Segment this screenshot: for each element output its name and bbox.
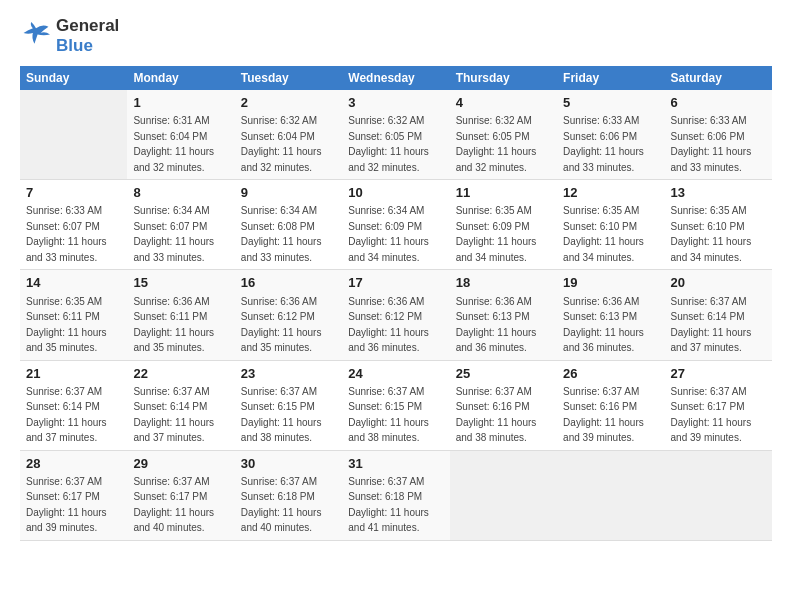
weekday-header: Monday [127, 66, 234, 90]
day-number: 10 [348, 184, 443, 202]
cell-sunrise: Sunrise: 6:34 AMSunset: 6:09 PMDaylight:… [348, 205, 429, 263]
cell-sunrise: Sunrise: 6:34 AMSunset: 6:08 PMDaylight:… [241, 205, 322, 263]
weekday-header: Sunday [20, 66, 127, 90]
cell-sunrise: Sunrise: 6:36 AMSunset: 6:12 PMDaylight:… [241, 296, 322, 354]
day-number: 19 [563, 274, 658, 292]
calendar-cell: 6 Sunrise: 6:33 AMSunset: 6:06 PMDayligh… [665, 90, 772, 180]
calendar-week-row: 14 Sunrise: 6:35 AMSunset: 6:11 PMDaylig… [20, 270, 772, 360]
weekday-header: Thursday [450, 66, 557, 90]
cell-sunrise: Sunrise: 6:37 AMSunset: 6:17 PMDaylight:… [133, 476, 214, 534]
day-number: 30 [241, 455, 336, 473]
day-number: 15 [133, 274, 228, 292]
weekday-header: Wednesday [342, 66, 449, 90]
cell-sunrise: Sunrise: 6:37 AMSunset: 6:14 PMDaylight:… [26, 386, 107, 444]
cell-sunrise: Sunrise: 6:35 AMSunset: 6:10 PMDaylight:… [671, 205, 752, 263]
calendar-cell: 5 Sunrise: 6:33 AMSunset: 6:06 PMDayligh… [557, 90, 664, 180]
calendar-table: SundayMondayTuesdayWednesdayThursdayFrid… [20, 66, 772, 541]
calendar-cell: 12 Sunrise: 6:35 AMSunset: 6:10 PMDaylig… [557, 180, 664, 270]
cell-sunrise: Sunrise: 6:35 AMSunset: 6:11 PMDaylight:… [26, 296, 107, 354]
calendar-cell: 23 Sunrise: 6:37 AMSunset: 6:15 PMDaylig… [235, 360, 342, 450]
day-number: 11 [456, 184, 551, 202]
day-number: 27 [671, 365, 766, 383]
cell-sunrise: Sunrise: 6:37 AMSunset: 6:15 PMDaylight:… [241, 386, 322, 444]
calendar-cell: 9 Sunrise: 6:34 AMSunset: 6:08 PMDayligh… [235, 180, 342, 270]
calendar-cell: 7 Sunrise: 6:33 AMSunset: 6:07 PMDayligh… [20, 180, 127, 270]
day-number: 16 [241, 274, 336, 292]
cell-sunrise: Sunrise: 6:36 AMSunset: 6:13 PMDaylight:… [456, 296, 537, 354]
day-number: 26 [563, 365, 658, 383]
cell-sunrise: Sunrise: 6:37 AMSunset: 6:17 PMDaylight:… [26, 476, 107, 534]
day-number: 6 [671, 94, 766, 112]
calendar-cell: 1 Sunrise: 6:31 AMSunset: 6:04 PMDayligh… [127, 90, 234, 180]
cell-sunrise: Sunrise: 6:35 AMSunset: 6:10 PMDaylight:… [563, 205, 644, 263]
calendar-cell: 27 Sunrise: 6:37 AMSunset: 6:17 PMDaylig… [665, 360, 772, 450]
calendar-cell: 28 Sunrise: 6:37 AMSunset: 6:17 PMDaylig… [20, 450, 127, 540]
day-number: 28 [26, 455, 121, 473]
calendar-cell [665, 450, 772, 540]
cell-sunrise: Sunrise: 6:37 AMSunset: 6:17 PMDaylight:… [671, 386, 752, 444]
logo: General Blue [20, 16, 119, 56]
cell-sunrise: Sunrise: 6:33 AMSunset: 6:06 PMDaylight:… [671, 115, 752, 173]
day-number: 14 [26, 274, 121, 292]
calendar-week-row: 7 Sunrise: 6:33 AMSunset: 6:07 PMDayligh… [20, 180, 772, 270]
calendar-cell: 15 Sunrise: 6:36 AMSunset: 6:11 PMDaylig… [127, 270, 234, 360]
cell-sunrise: Sunrise: 6:37 AMSunset: 6:16 PMDaylight:… [456, 386, 537, 444]
weekday-header: Friday [557, 66, 664, 90]
calendar-week-row: 1 Sunrise: 6:31 AMSunset: 6:04 PMDayligh… [20, 90, 772, 180]
cell-sunrise: Sunrise: 6:35 AMSunset: 6:09 PMDaylight:… [456, 205, 537, 263]
cell-sunrise: Sunrise: 6:37 AMSunset: 6:18 PMDaylight:… [348, 476, 429, 534]
cell-sunrise: Sunrise: 6:32 AMSunset: 6:05 PMDaylight:… [348, 115, 429, 173]
calendar-cell: 8 Sunrise: 6:34 AMSunset: 6:07 PMDayligh… [127, 180, 234, 270]
calendar-cell: 11 Sunrise: 6:35 AMSunset: 6:09 PMDaylig… [450, 180, 557, 270]
day-number: 7 [26, 184, 121, 202]
calendar-cell [557, 450, 664, 540]
day-number: 24 [348, 365, 443, 383]
day-number: 13 [671, 184, 766, 202]
day-number: 21 [26, 365, 121, 383]
day-number: 8 [133, 184, 228, 202]
day-number: 20 [671, 274, 766, 292]
day-number: 5 [563, 94, 658, 112]
calendar-cell: 21 Sunrise: 6:37 AMSunset: 6:14 PMDaylig… [20, 360, 127, 450]
logo-icon [20, 22, 52, 50]
cell-sunrise: Sunrise: 6:37 AMSunset: 6:14 PMDaylight:… [133, 386, 214, 444]
day-number: 18 [456, 274, 551, 292]
calendar-cell: 18 Sunrise: 6:36 AMSunset: 6:13 PMDaylig… [450, 270, 557, 360]
calendar-cell: 20 Sunrise: 6:37 AMSunset: 6:14 PMDaylig… [665, 270, 772, 360]
calendar-cell: 14 Sunrise: 6:35 AMSunset: 6:11 PMDaylig… [20, 270, 127, 360]
cell-sunrise: Sunrise: 6:33 AMSunset: 6:06 PMDaylight:… [563, 115, 644, 173]
calendar-cell: 17 Sunrise: 6:36 AMSunset: 6:12 PMDaylig… [342, 270, 449, 360]
cell-sunrise: Sunrise: 6:31 AMSunset: 6:04 PMDaylight:… [133, 115, 214, 173]
weekday-header-row: SundayMondayTuesdayWednesdayThursdayFrid… [20, 66, 772, 90]
calendar-cell: 10 Sunrise: 6:34 AMSunset: 6:09 PMDaylig… [342, 180, 449, 270]
cell-sunrise: Sunrise: 6:37 AMSunset: 6:15 PMDaylight:… [348, 386, 429, 444]
day-number: 4 [456, 94, 551, 112]
weekday-header: Saturday [665, 66, 772, 90]
cell-sunrise: Sunrise: 6:33 AMSunset: 6:07 PMDaylight:… [26, 205, 107, 263]
calendar-cell: 19 Sunrise: 6:36 AMSunset: 6:13 PMDaylig… [557, 270, 664, 360]
calendar-cell: 4 Sunrise: 6:32 AMSunset: 6:05 PMDayligh… [450, 90, 557, 180]
calendar-cell: 24 Sunrise: 6:37 AMSunset: 6:15 PMDaylig… [342, 360, 449, 450]
cell-sunrise: Sunrise: 6:37 AMSunset: 6:14 PMDaylight:… [671, 296, 752, 354]
cell-sunrise: Sunrise: 6:34 AMSunset: 6:07 PMDaylight:… [133, 205, 214, 263]
calendar-cell: 2 Sunrise: 6:32 AMSunset: 6:04 PMDayligh… [235, 90, 342, 180]
cell-sunrise: Sunrise: 6:36 AMSunset: 6:11 PMDaylight:… [133, 296, 214, 354]
cell-sunrise: Sunrise: 6:32 AMSunset: 6:04 PMDaylight:… [241, 115, 322, 173]
calendar-cell: 29 Sunrise: 6:37 AMSunset: 6:17 PMDaylig… [127, 450, 234, 540]
cell-sunrise: Sunrise: 6:36 AMSunset: 6:13 PMDaylight:… [563, 296, 644, 354]
calendar-week-row: 21 Sunrise: 6:37 AMSunset: 6:14 PMDaylig… [20, 360, 772, 450]
cell-sunrise: Sunrise: 6:37 AMSunset: 6:16 PMDaylight:… [563, 386, 644, 444]
calendar-cell: 26 Sunrise: 6:37 AMSunset: 6:16 PMDaylig… [557, 360, 664, 450]
cell-sunrise: Sunrise: 6:36 AMSunset: 6:12 PMDaylight:… [348, 296, 429, 354]
calendar-cell: 22 Sunrise: 6:37 AMSunset: 6:14 PMDaylig… [127, 360, 234, 450]
day-number: 17 [348, 274, 443, 292]
calendar-cell [450, 450, 557, 540]
calendar-cell: 13 Sunrise: 6:35 AMSunset: 6:10 PMDaylig… [665, 180, 772, 270]
day-number: 2 [241, 94, 336, 112]
day-number: 3 [348, 94, 443, 112]
cell-sunrise: Sunrise: 6:37 AMSunset: 6:18 PMDaylight:… [241, 476, 322, 534]
calendar-cell: 3 Sunrise: 6:32 AMSunset: 6:05 PMDayligh… [342, 90, 449, 180]
day-number: 9 [241, 184, 336, 202]
logo-text: General Blue [56, 16, 119, 56]
day-number: 31 [348, 455, 443, 473]
